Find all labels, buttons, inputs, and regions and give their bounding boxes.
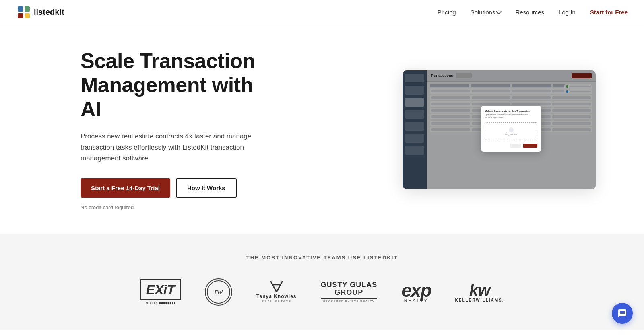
tw-logo-circle: tw — [205, 278, 232, 306]
mockup-dialog-actions — [485, 144, 537, 148]
hero-app-screenshot: Transactions — [402, 70, 596, 189]
chat-support-button[interactable] — [612, 303, 633, 324]
hero-section: Scale Transaction Management with AI Pro… — [0, 25, 644, 234]
mockup-upload-text: Drag files here — [505, 133, 517, 135]
exp-logo-sub: REALTY — [401, 298, 431, 303]
trust-logo-exit: EXiT REALTY ■■■■■■■■ — [140, 279, 181, 304]
trust-logos: EXiT REALTY ■■■■■■■■ tw Tanya Knowles — [32, 278, 612, 306]
hero-buttons: Start a Free 14-Day Trial How It Works — [80, 178, 274, 198]
gusty-name-line2: GROUP — [321, 289, 378, 297]
mockup-sidebar-item — [405, 86, 424, 95]
navbar: listedkit Pricing Solutions Resources Lo… — [0, 0, 644, 25]
svg-rect-4 — [25, 13, 30, 18]
trust-logo-kw: kw KELLERWILLIAMS. — [455, 282, 504, 302]
svg-rect-2 — [25, 6, 30, 12]
mockup-sidebar-item — [405, 74, 424, 82]
mockup-upload-icon — [509, 127, 514, 132]
kw-logo-block: kw KELLERWILLIAMS. — [455, 282, 504, 302]
hero-note: No credit card required — [80, 204, 274, 210]
mockup-dialog-title: Upload Documents for this Transaction — [485, 110, 537, 112]
nav-resources[interactable]: Resources — [515, 9, 544, 16]
how-it-works-button[interactable]: How It Works — [176, 178, 237, 198]
mockup-sidebar-item — [405, 98, 424, 107]
trust-logo-gusty: GUSTY GULAS GROUP BROKERED BY EXP REALTY — [321, 281, 378, 303]
mockup-confirm-button — [523, 144, 537, 148]
exit-logo-text: EXiT — [140, 279, 181, 300]
tanya-name: Tanya Knowles — [256, 294, 296, 300]
exp-logo-text: exp — [401, 281, 431, 300]
mockup-sidebar-item — [405, 110, 424, 119]
logo[interactable]: listedkit — [16, 5, 64, 20]
start-trial-button[interactable]: Start a Free 14-Day Trial — [80, 178, 170, 198]
tanya-sub: REAL ESTATE — [256, 300, 296, 303]
mockup-sidebar-item — [405, 122, 424, 131]
mockup-main: Transactions — [427, 70, 596, 189]
svg-rect-3 — [18, 13, 23, 18]
mockup-dialog-subtitle: Upload all the documents for this transa… — [485, 114, 537, 119]
hero-content: Scale Transaction Management with AI Pro… — [80, 49, 274, 210]
logo-icon — [16, 5, 31, 20]
trust-heading: THE MOST INNOVATIVE TEAMS USE LISTEDKIT — [32, 255, 612, 261]
app-mockup: Transactions — [402, 70, 596, 189]
trust-logo-tw: tw — [205, 278, 232, 306]
gusty-name-line1: GUSTY GULAS — [321, 281, 378, 289]
kw-logo-text: kw — [455, 282, 504, 300]
nav-solutions[interactable]: Solutions — [471, 9, 501, 16]
gusty-divider — [321, 298, 378, 299]
svg-text:tw: tw — [215, 286, 223, 296]
mockup-upload-dialog: Upload Documents for this Transaction Up… — [481, 106, 541, 152]
tw-logo-svg: tw — [206, 280, 231, 304]
mockup-upload-area: Drag files here — [485, 122, 537, 140]
trust-band: THE MOST INNOVATIVE TEAMS USE LISTEDKIT … — [0, 234, 644, 330]
mockup-cancel-button — [510, 144, 521, 148]
mockup-sidebar-item — [405, 146, 424, 155]
tanya-logo-block: Tanya Knowles REAL ESTATE — [256, 281, 296, 304]
mockup-sidebar-item — [405, 134, 424, 143]
exp-logo-block: exp REALTY — [401, 281, 431, 303]
gusty-sub: BROKERED BY EXP REALTY — [321, 300, 378, 303]
nav-login[interactable]: Log In — [559, 9, 576, 16]
gusty-logo-block: GUSTY GULAS GROUP BROKERED BY EXP REALTY — [321, 281, 378, 303]
trust-logo-tanya: Tanya Knowles REAL ESTATE — [256, 281, 296, 304]
logo-text: listedkit — [34, 8, 64, 17]
nav-pricing[interactable]: Pricing — [438, 9, 456, 16]
hero-subtitle: Process new real estate contracts 4x fas… — [80, 131, 258, 164]
kw-logo-sub: KELLERWILLIAMS. — [455, 298, 504, 302]
nav-start-free[interactable]: Start for Free — [590, 9, 628, 16]
mockup-sidebar — [402, 70, 427, 189]
trust-logo-exp: exp REALTY — [401, 281, 431, 303]
tanya-logo-icon — [270, 281, 283, 292]
chevron-down-icon — [496, 9, 502, 14]
svg-rect-1 — [18, 6, 23, 12]
hero-title: Scale Transaction Management with AI — [80, 49, 274, 121]
chat-icon — [617, 308, 627, 318]
exit-logo-sub: REALTY ■■■■■■■■ — [140, 302, 181, 304]
nav-links: Pricing Solutions Resources Log In Start… — [438, 9, 628, 16]
